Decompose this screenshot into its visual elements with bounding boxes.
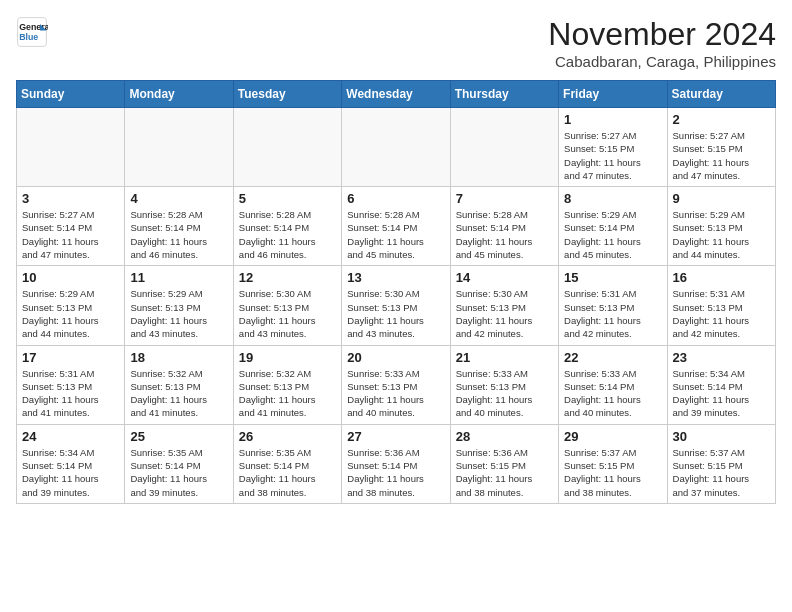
calendar-cell: 23Sunrise: 5:34 AM Sunset: 5:14 PM Dayli… <box>667 345 775 424</box>
calendar-cell: 24Sunrise: 5:34 AM Sunset: 5:14 PM Dayli… <box>17 424 125 503</box>
calendar-cell: 12Sunrise: 5:30 AM Sunset: 5:13 PM Dayli… <box>233 266 341 345</box>
calendar-cell <box>17 108 125 187</box>
day-info: Sunrise: 5:34 AM Sunset: 5:14 PM Dayligh… <box>22 446 119 499</box>
calendar-cell: 10Sunrise: 5:29 AM Sunset: 5:13 PM Dayli… <box>17 266 125 345</box>
day-info: Sunrise: 5:32 AM Sunset: 5:13 PM Dayligh… <box>130 367 227 420</box>
calendar-cell: 22Sunrise: 5:33 AM Sunset: 5:14 PM Dayli… <box>559 345 667 424</box>
day-number: 8 <box>564 191 661 206</box>
day-number: 16 <box>673 270 770 285</box>
weekday-header: Monday <box>125 81 233 108</box>
day-number: 4 <box>130 191 227 206</box>
calendar-cell: 15Sunrise: 5:31 AM Sunset: 5:13 PM Dayli… <box>559 266 667 345</box>
calendar-cell <box>233 108 341 187</box>
calendar-table: SundayMondayTuesdayWednesdayThursdayFrid… <box>16 80 776 504</box>
calendar-cell: 26Sunrise: 5:35 AM Sunset: 5:14 PM Dayli… <box>233 424 341 503</box>
weekday-header: Saturday <box>667 81 775 108</box>
calendar-cell: 20Sunrise: 5:33 AM Sunset: 5:13 PM Dayli… <box>342 345 450 424</box>
day-number: 23 <box>673 350 770 365</box>
day-info: Sunrise: 5:29 AM Sunset: 5:13 PM Dayligh… <box>130 287 227 340</box>
calendar-cell: 2Sunrise: 5:27 AM Sunset: 5:15 PM Daylig… <box>667 108 775 187</box>
weekday-header-row: SundayMondayTuesdayWednesdayThursdayFrid… <box>17 81 776 108</box>
page-header: General Blue November 2024 Cabadbaran, C… <box>16 16 776 70</box>
day-info: Sunrise: 5:31 AM Sunset: 5:13 PM Dayligh… <box>22 367 119 420</box>
weekday-header: Tuesday <box>233 81 341 108</box>
calendar-week-row: 10Sunrise: 5:29 AM Sunset: 5:13 PM Dayli… <box>17 266 776 345</box>
day-number: 3 <box>22 191 119 206</box>
day-info: Sunrise: 5:35 AM Sunset: 5:14 PM Dayligh… <box>239 446 336 499</box>
day-info: Sunrise: 5:29 AM Sunset: 5:14 PM Dayligh… <box>564 208 661 261</box>
day-number: 19 <box>239 350 336 365</box>
calendar-cell: 3Sunrise: 5:27 AM Sunset: 5:14 PM Daylig… <box>17 187 125 266</box>
calendar-cell: 27Sunrise: 5:36 AM Sunset: 5:14 PM Dayli… <box>342 424 450 503</box>
calendar-cell: 21Sunrise: 5:33 AM Sunset: 5:13 PM Dayli… <box>450 345 558 424</box>
day-number: 14 <box>456 270 553 285</box>
calendar-cell <box>125 108 233 187</box>
day-number: 11 <box>130 270 227 285</box>
weekday-header: Thursday <box>450 81 558 108</box>
day-number: 22 <box>564 350 661 365</box>
weekday-header: Sunday <box>17 81 125 108</box>
calendar-cell: 4Sunrise: 5:28 AM Sunset: 5:14 PM Daylig… <box>125 187 233 266</box>
day-number: 18 <box>130 350 227 365</box>
day-number: 15 <box>564 270 661 285</box>
calendar-cell: 14Sunrise: 5:30 AM Sunset: 5:13 PM Dayli… <box>450 266 558 345</box>
logo-icon: General Blue <box>16 16 48 48</box>
calendar-cell: 17Sunrise: 5:31 AM Sunset: 5:13 PM Dayli… <box>17 345 125 424</box>
day-info: Sunrise: 5:28 AM Sunset: 5:14 PM Dayligh… <box>239 208 336 261</box>
day-info: Sunrise: 5:37 AM Sunset: 5:15 PM Dayligh… <box>564 446 661 499</box>
day-info: Sunrise: 5:30 AM Sunset: 5:13 PM Dayligh… <box>456 287 553 340</box>
day-number: 27 <box>347 429 444 444</box>
calendar-week-row: 3Sunrise: 5:27 AM Sunset: 5:14 PM Daylig… <box>17 187 776 266</box>
day-info: Sunrise: 5:33 AM Sunset: 5:13 PM Dayligh… <box>347 367 444 420</box>
day-info: Sunrise: 5:27 AM Sunset: 5:15 PM Dayligh… <box>564 129 661 182</box>
title-block: November 2024 Cabadbaran, Caraga, Philip… <box>548 16 776 70</box>
calendar-cell: 30Sunrise: 5:37 AM Sunset: 5:15 PM Dayli… <box>667 424 775 503</box>
day-info: Sunrise: 5:34 AM Sunset: 5:14 PM Dayligh… <box>673 367 770 420</box>
svg-text:General: General <box>19 22 48 32</box>
day-number: 26 <box>239 429 336 444</box>
day-number: 25 <box>130 429 227 444</box>
weekday-header: Friday <box>559 81 667 108</box>
day-info: Sunrise: 5:36 AM Sunset: 5:14 PM Dayligh… <box>347 446 444 499</box>
calendar-cell: 19Sunrise: 5:32 AM Sunset: 5:13 PM Dayli… <box>233 345 341 424</box>
calendar-cell <box>450 108 558 187</box>
calendar-week-row: 1Sunrise: 5:27 AM Sunset: 5:15 PM Daylig… <box>17 108 776 187</box>
day-number: 9 <box>673 191 770 206</box>
day-info: Sunrise: 5:28 AM Sunset: 5:14 PM Dayligh… <box>456 208 553 261</box>
day-number: 13 <box>347 270 444 285</box>
day-number: 10 <box>22 270 119 285</box>
day-number: 30 <box>673 429 770 444</box>
calendar-cell: 9Sunrise: 5:29 AM Sunset: 5:13 PM Daylig… <box>667 187 775 266</box>
weekday-header: Wednesday <box>342 81 450 108</box>
svg-text:Blue: Blue <box>19 32 38 42</box>
day-info: Sunrise: 5:27 AM Sunset: 5:14 PM Dayligh… <box>22 208 119 261</box>
calendar-cell: 18Sunrise: 5:32 AM Sunset: 5:13 PM Dayli… <box>125 345 233 424</box>
day-number: 29 <box>564 429 661 444</box>
calendar-cell: 13Sunrise: 5:30 AM Sunset: 5:13 PM Dayli… <box>342 266 450 345</box>
day-info: Sunrise: 5:32 AM Sunset: 5:13 PM Dayligh… <box>239 367 336 420</box>
day-info: Sunrise: 5:37 AM Sunset: 5:15 PM Dayligh… <box>673 446 770 499</box>
logo: General Blue <box>16 16 48 48</box>
calendar-cell: 5Sunrise: 5:28 AM Sunset: 5:14 PM Daylig… <box>233 187 341 266</box>
calendar-week-row: 17Sunrise: 5:31 AM Sunset: 5:13 PM Dayli… <box>17 345 776 424</box>
calendar-week-row: 24Sunrise: 5:34 AM Sunset: 5:14 PM Dayli… <box>17 424 776 503</box>
calendar-cell: 1Sunrise: 5:27 AM Sunset: 5:15 PM Daylig… <box>559 108 667 187</box>
day-info: Sunrise: 5:30 AM Sunset: 5:13 PM Dayligh… <box>239 287 336 340</box>
day-info: Sunrise: 5:36 AM Sunset: 5:15 PM Dayligh… <box>456 446 553 499</box>
day-info: Sunrise: 5:30 AM Sunset: 5:13 PM Dayligh… <box>347 287 444 340</box>
day-info: Sunrise: 5:28 AM Sunset: 5:14 PM Dayligh… <box>130 208 227 261</box>
calendar-cell: 6Sunrise: 5:28 AM Sunset: 5:14 PM Daylig… <box>342 187 450 266</box>
day-info: Sunrise: 5:33 AM Sunset: 5:13 PM Dayligh… <box>456 367 553 420</box>
month-title: November 2024 <box>548 16 776 53</box>
calendar-cell: 25Sunrise: 5:35 AM Sunset: 5:14 PM Dayli… <box>125 424 233 503</box>
day-number: 21 <box>456 350 553 365</box>
day-info: Sunrise: 5:31 AM Sunset: 5:13 PM Dayligh… <box>564 287 661 340</box>
day-number: 6 <box>347 191 444 206</box>
day-number: 1 <box>564 112 661 127</box>
calendar-cell: 7Sunrise: 5:28 AM Sunset: 5:14 PM Daylig… <box>450 187 558 266</box>
day-number: 24 <box>22 429 119 444</box>
day-number: 5 <box>239 191 336 206</box>
day-number: 12 <box>239 270 336 285</box>
calendar-cell: 11Sunrise: 5:29 AM Sunset: 5:13 PM Dayli… <box>125 266 233 345</box>
day-info: Sunrise: 5:29 AM Sunset: 5:13 PM Dayligh… <box>22 287 119 340</box>
